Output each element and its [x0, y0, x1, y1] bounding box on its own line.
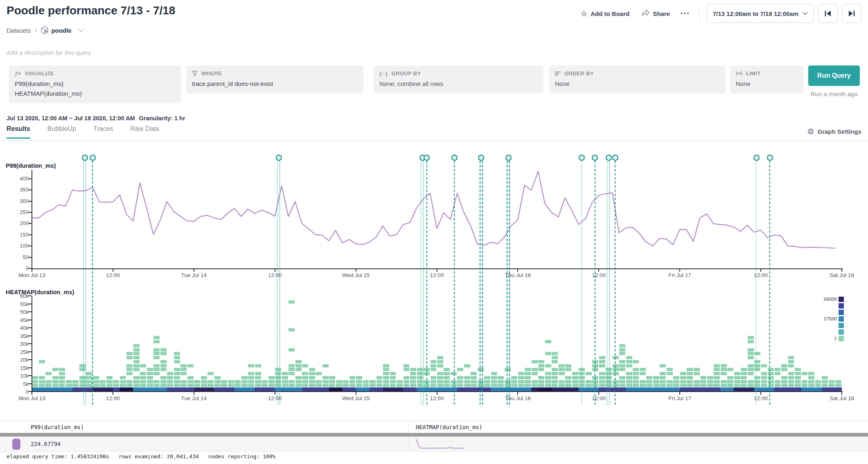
- heatmap-cell[interactable]: [518, 372, 524, 375]
- heatmap-cell[interactable]: [721, 380, 727, 383]
- heatmap-cell[interactable]: [329, 376, 335, 379]
- heatmap-cell[interactable]: [815, 380, 821, 383]
- heatmap-cell[interactable]: [586, 380, 592, 383]
- heatmap-cell[interactable]: [754, 380, 760, 383]
- heatmap-cell[interactable]: [599, 376, 605, 379]
- heatmap-cell[interactable]: [559, 380, 565, 383]
- heatmap-cell[interactable]: [377, 384, 383, 387]
- heatmap-cell[interactable]: [45, 380, 52, 383]
- tab-bubbleup[interactable]: BubbleUp: [47, 125, 76, 139]
- heatmap-cell[interactable]: [721, 364, 727, 367]
- group-by-panel[interactable]: {··} GROUP BY None; combine all rows: [374, 65, 543, 93]
- heatmap-cell[interactable]: [241, 376, 248, 379]
- heatmap-cell[interactable]: [221, 384, 227, 387]
- heatmap-cell[interactable]: [660, 380, 666, 383]
- heatmap-cell[interactable]: [646, 380, 652, 383]
- heatmap-cell[interactable]: [201, 376, 207, 379]
- heatmap-cell[interactable]: [802, 384, 808, 387]
- heatmap-cell[interactable]: [552, 384, 558, 387]
- heatmap-cell[interactable]: [52, 376, 59, 379]
- heatmap-cell[interactable]: [687, 368, 693, 371]
- heatmap-cell[interactable]: [282, 380, 288, 383]
- heatmap-cell[interactable]: [795, 384, 801, 387]
- heatmap-cell[interactable]: [788, 356, 794, 359]
- heatmap-cell[interactable]: [660, 376, 666, 379]
- heatmap-cell[interactable]: [727, 384, 733, 387]
- heatmap-cell[interactable]: [626, 364, 632, 367]
- heatmap-cell[interactable]: [437, 380, 443, 383]
- heatmap-cell[interactable]: [153, 356, 160, 359]
- heatmap-cell[interactable]: [707, 380, 713, 383]
- heatmap-cell[interactable]: [228, 380, 234, 383]
- heatmap-cell[interactable]: [437, 364, 443, 367]
- heatmap-cell[interactable]: [289, 348, 295, 351]
- heatmap-cell[interactable]: [741, 368, 747, 371]
- heatmap-cell[interactable]: [538, 368, 544, 371]
- heatmap-cell[interactable]: [532, 360, 538, 363]
- heatmap-cell[interactable]: [133, 348, 140, 351]
- heatmap-cell[interactable]: [653, 376, 659, 379]
- heatmap-cell[interactable]: [653, 384, 659, 387]
- heatmap-cell[interactable]: [491, 376, 497, 379]
- heatmap-cell[interactable]: [289, 384, 295, 387]
- heatmap-cell[interactable]: [153, 368, 160, 371]
- heatmap-cell[interactable]: [613, 380, 619, 383]
- heatmap-cell[interactable]: [174, 356, 180, 359]
- heatmap-cell[interactable]: [538, 364, 544, 367]
- heatmap-cell[interactable]: [214, 384, 221, 387]
- heatmap-cell[interactable]: [316, 384, 322, 387]
- heatmap-cell[interactable]: [599, 380, 605, 383]
- heatmap-cell[interactable]: [518, 380, 524, 383]
- heatmap-cell[interactable]: [174, 368, 180, 371]
- heatmap-cell[interactable]: [633, 376, 639, 379]
- heatmap-cell[interactable]: [383, 368, 389, 371]
- heatmap-cell[interactable]: [160, 376, 167, 379]
- heatmap-cell[interactable]: [295, 380, 302, 383]
- heatmap-cell[interactable]: [289, 328, 295, 331]
- heatmap-cell[interactable]: [404, 376, 410, 379]
- heatmap-cell[interactable]: [626, 376, 632, 379]
- heatmap-cell[interactable]: [167, 380, 173, 383]
- heatmap-cell[interactable]: [309, 384, 315, 387]
- heatmap-cell[interactable]: [748, 364, 754, 367]
- heatmap-cell[interactable]: [289, 380, 295, 383]
- heatmap-cell[interactable]: [153, 352, 160, 355]
- heatmap-cell[interactable]: [302, 376, 308, 379]
- heatmap-cell[interactable]: [248, 364, 254, 367]
- heatmap-cell[interactable]: [768, 384, 774, 387]
- heatmap-cell[interactable]: [565, 364, 571, 367]
- heatmap-cell[interactable]: [829, 384, 835, 387]
- heatmap-cell[interactable]: [680, 376, 686, 379]
- heatmap-cell[interactable]: [694, 368, 700, 371]
- heatmap-cell[interactable]: [822, 384, 828, 387]
- heatmap-cell[interactable]: [255, 380, 261, 383]
- heatmap-cell[interactable]: [660, 384, 666, 387]
- heatmap-cell[interactable]: [640, 372, 646, 375]
- heatmap-cell[interactable]: [383, 372, 389, 375]
- heatmap-cell[interactable]: [289, 300, 295, 304]
- heatmap-cell[interactable]: [187, 364, 194, 367]
- heatmap-cell[interactable]: [545, 372, 551, 375]
- heatmap-cell[interactable]: [471, 376, 477, 379]
- heatmap-cell[interactable]: [72, 384, 79, 387]
- heatmap-cell[interactable]: [714, 368, 720, 371]
- heatmap-cell[interactable]: [153, 340, 160, 343]
- heatmap-cell[interactable]: [241, 380, 248, 383]
- heatmap-cell[interactable]: [248, 372, 254, 375]
- heatmap-cell[interactable]: [761, 376, 767, 379]
- heatmap-cell[interactable]: [572, 372, 578, 375]
- heatmap-cell[interactable]: [444, 376, 450, 379]
- heatmap-cell[interactable]: [390, 372, 396, 375]
- heatmap-cell[interactable]: [431, 376, 437, 379]
- heatmap-cell[interactable]: [538, 376, 544, 379]
- heatmap-cell[interactable]: [619, 368, 625, 371]
- heatmap-cell[interactable]: [174, 372, 180, 375]
- heatmap-cell[interactable]: [153, 348, 160, 351]
- heatmap-cell[interactable]: [559, 364, 565, 367]
- heatmap-cell[interactable]: [255, 364, 261, 367]
- heatmap-cell[interactable]: [572, 384, 578, 387]
- heatmap-cell[interactable]: [464, 384, 470, 387]
- heatmap-cell[interactable]: [599, 384, 605, 387]
- heatmap-cell[interactable]: [768, 372, 774, 375]
- heatmap-cell[interactable]: [680, 380, 686, 383]
